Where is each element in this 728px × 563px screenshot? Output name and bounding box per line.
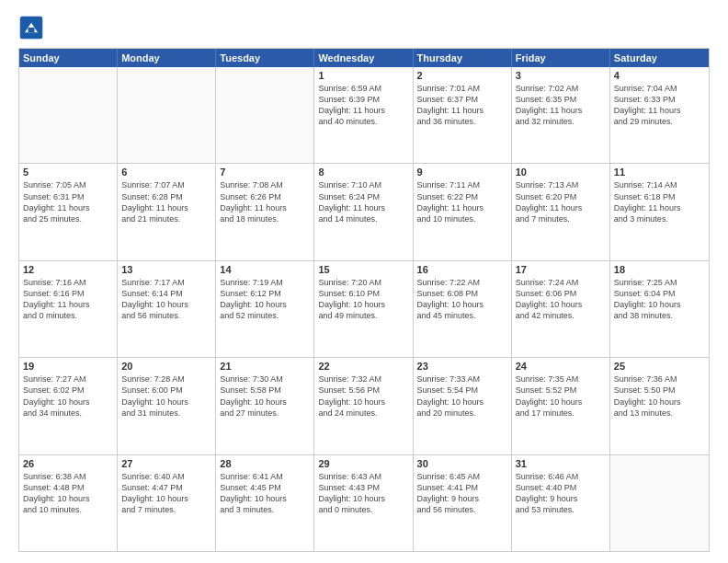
day-info: Sunrise: 7:08 AM Sunset: 6:26 PM Dayligh… xyxy=(220,179,310,224)
day-cell-17: 17Sunrise: 7:24 AM Sunset: 6:06 PM Dayli… xyxy=(512,261,610,357)
day-info: Sunrise: 7:33 AM Sunset: 5:54 PM Dayligh… xyxy=(417,373,507,419)
svg-rect-2 xyxy=(28,28,35,32)
day-number: 25 xyxy=(614,361,705,372)
day-number: 14 xyxy=(220,264,310,275)
day-number: 17 xyxy=(516,264,606,275)
day-info: Sunrise: 7:04 AM Sunset: 6:33 PM Dayligh… xyxy=(614,83,705,128)
day-info: Sunrise: 7:22 AM Sunset: 6:08 PM Dayligh… xyxy=(417,277,507,322)
day-number: 2 xyxy=(417,70,507,81)
day-cell-13: 13Sunrise: 7:17 AM Sunset: 6:14 PM Dayli… xyxy=(118,261,216,357)
day-number: 18 xyxy=(614,264,705,275)
day-number: 22 xyxy=(318,361,408,372)
day-info: Sunrise: 7:36 AM Sunset: 5:50 PM Dayligh… xyxy=(614,373,705,419)
day-number: 9 xyxy=(417,167,507,178)
day-number: 23 xyxy=(417,361,507,372)
day-cell-24: 24Sunrise: 7:35 AM Sunset: 5:52 PM Dayli… xyxy=(512,358,610,454)
day-number: 31 xyxy=(516,458,606,469)
day-info: Sunrise: 7:19 AM Sunset: 6:12 PM Dayligh… xyxy=(220,277,310,322)
day-info: Sunrise: 7:17 AM Sunset: 6:14 PM Dayligh… xyxy=(121,277,211,322)
day-cell-22: 22Sunrise: 7:32 AM Sunset: 5:56 PM Dayli… xyxy=(314,358,413,454)
page: SundayMondayTuesdayWednesdayThursdayFrid… xyxy=(0,0,728,563)
day-cell-6: 6Sunrise: 7:07 AM Sunset: 6:28 PM Daylig… xyxy=(118,164,216,259)
header xyxy=(18,15,710,40)
day-info: Sunrise: 7:28 AM Sunset: 6:00 PM Dayligh… xyxy=(121,373,211,419)
day-info: Sunrise: 7:02 AM Sunset: 6:35 PM Dayligh… xyxy=(516,83,606,128)
weekday-header-monday: Monday xyxy=(118,49,216,67)
day-info: Sunrise: 7:25 AM Sunset: 6:04 PM Dayligh… xyxy=(614,277,705,322)
logo-icon xyxy=(18,15,44,40)
calendar-header: SundayMondayTuesdayWednesdayThursdayFrid… xyxy=(19,49,709,67)
day-cell-5: 5Sunrise: 7:05 AM Sunset: 6:31 PM Daylig… xyxy=(19,164,118,259)
day-cell-26: 26Sunrise: 6:38 AM Sunset: 4:48 PM Dayli… xyxy=(19,455,118,551)
day-info: Sunrise: 7:10 AM Sunset: 6:24 PM Dayligh… xyxy=(318,179,408,224)
day-info: Sunrise: 6:38 AM Sunset: 4:48 PM Dayligh… xyxy=(23,471,113,516)
day-number: 30 xyxy=(417,458,507,469)
calendar-row-1: 5Sunrise: 7:05 AM Sunset: 6:31 PM Daylig… xyxy=(19,163,709,259)
day-cell-30: 30Sunrise: 6:45 AM Sunset: 4:41 PM Dayli… xyxy=(414,455,512,551)
day-cell-15: 15Sunrise: 7:20 AM Sunset: 6:10 PM Dayli… xyxy=(314,261,413,357)
day-cell-28: 28Sunrise: 6:41 AM Sunset: 4:45 PM Dayli… xyxy=(216,455,314,551)
day-cell-11: 11Sunrise: 7:14 AM Sunset: 6:18 PM Dayli… xyxy=(610,164,709,259)
day-number: 4 xyxy=(614,70,705,81)
day-info: Sunrise: 6:59 AM Sunset: 6:39 PM Dayligh… xyxy=(318,83,408,128)
day-info: Sunrise: 7:13 AM Sunset: 6:20 PM Dayligh… xyxy=(516,179,606,224)
day-cell-4: 4Sunrise: 7:04 AM Sunset: 6:33 PM Daylig… xyxy=(610,67,709,163)
day-cell-16: 16Sunrise: 7:22 AM Sunset: 6:08 PM Dayli… xyxy=(414,261,512,357)
day-info: Sunrise: 7:27 AM Sunset: 6:02 PM Dayligh… xyxy=(23,373,113,419)
day-cell-14: 14Sunrise: 7:19 AM Sunset: 6:12 PM Dayli… xyxy=(216,261,314,357)
day-number: 1 xyxy=(318,70,408,81)
day-cell-23: 23Sunrise: 7:33 AM Sunset: 5:54 PM Dayli… xyxy=(414,358,512,454)
day-cell-9: 9Sunrise: 7:11 AM Sunset: 6:22 PM Daylig… xyxy=(414,164,512,259)
empty-cell-r0c0 xyxy=(19,67,118,163)
weekday-header-saturday: Saturday xyxy=(610,49,709,67)
day-info: Sunrise: 7:07 AM Sunset: 6:28 PM Dayligh… xyxy=(121,179,211,224)
day-info: Sunrise: 7:05 AM Sunset: 6:31 PM Dayligh… xyxy=(23,179,113,224)
weekday-header-tuesday: Tuesday xyxy=(216,49,314,67)
day-info: Sunrise: 6:41 AM Sunset: 4:45 PM Dayligh… xyxy=(220,471,310,516)
day-number: 3 xyxy=(516,70,606,81)
day-cell-2: 2Sunrise: 7:01 AM Sunset: 6:37 PM Daylig… xyxy=(414,67,512,163)
day-cell-31: 31Sunrise: 6:46 AM Sunset: 4:40 PM Dayli… xyxy=(512,455,610,551)
day-number: 11 xyxy=(614,167,705,178)
day-cell-21: 21Sunrise: 7:30 AM Sunset: 5:58 PM Dayli… xyxy=(216,358,314,454)
day-cell-12: 12Sunrise: 7:16 AM Sunset: 6:16 PM Dayli… xyxy=(19,261,118,357)
day-cell-8: 8Sunrise: 7:10 AM Sunset: 6:24 PM Daylig… xyxy=(314,164,413,259)
day-number: 21 xyxy=(220,361,310,372)
day-number: 6 xyxy=(121,167,211,178)
day-cell-27: 27Sunrise: 6:40 AM Sunset: 4:47 PM Dayli… xyxy=(118,455,216,551)
day-number: 28 xyxy=(220,458,310,469)
day-cell-3: 3Sunrise: 7:02 AM Sunset: 6:35 PM Daylig… xyxy=(512,67,610,163)
day-info: Sunrise: 6:43 AM Sunset: 4:43 PM Dayligh… xyxy=(318,471,408,516)
day-info: Sunrise: 6:45 AM Sunset: 4:41 PM Dayligh… xyxy=(417,471,507,516)
day-number: 19 xyxy=(23,361,113,372)
day-number: 29 xyxy=(318,458,408,469)
logo xyxy=(18,15,48,40)
empty-cell-r0c2 xyxy=(216,67,314,163)
weekday-header-friday: Friday xyxy=(512,49,610,67)
day-info: Sunrise: 7:30 AM Sunset: 5:58 PM Dayligh… xyxy=(220,373,310,419)
day-number: 27 xyxy=(121,458,211,469)
calendar: SundayMondayTuesdayWednesdayThursdayFrid… xyxy=(18,48,710,552)
day-number: 5 xyxy=(23,167,113,178)
empty-cell-r0c1 xyxy=(118,67,216,163)
day-info: Sunrise: 7:35 AM Sunset: 5:52 PM Dayligh… xyxy=(516,373,606,419)
weekday-header-thursday: Thursday xyxy=(414,49,512,67)
empty-cell-r4c6 xyxy=(610,455,709,551)
day-info: Sunrise: 7:24 AM Sunset: 6:06 PM Dayligh… xyxy=(516,277,606,322)
day-cell-29: 29Sunrise: 6:43 AM Sunset: 4:43 PM Dayli… xyxy=(314,455,413,551)
day-info: Sunrise: 7:11 AM Sunset: 6:22 PM Dayligh… xyxy=(417,179,507,224)
day-cell-10: 10Sunrise: 7:13 AM Sunset: 6:20 PM Dayli… xyxy=(512,164,610,259)
day-number: 13 xyxy=(121,264,211,275)
day-number: 7 xyxy=(220,167,310,178)
day-number: 8 xyxy=(318,167,408,178)
day-number: 24 xyxy=(516,361,606,372)
day-number: 16 xyxy=(417,264,507,275)
day-info: Sunrise: 7:14 AM Sunset: 6:18 PM Dayligh… xyxy=(614,179,705,224)
calendar-row-3: 19Sunrise: 7:27 AM Sunset: 6:02 PM Dayli… xyxy=(19,357,709,454)
day-cell-7: 7Sunrise: 7:08 AM Sunset: 6:26 PM Daylig… xyxy=(216,164,314,259)
day-cell-19: 19Sunrise: 7:27 AM Sunset: 6:02 PM Dayli… xyxy=(19,358,118,454)
day-info: Sunrise: 6:46 AM Sunset: 4:40 PM Dayligh… xyxy=(516,471,606,516)
weekday-header-wednesday: Wednesday xyxy=(314,49,413,67)
day-cell-1: 1Sunrise: 6:59 AM Sunset: 6:39 PM Daylig… xyxy=(314,67,413,163)
day-info: Sunrise: 6:40 AM Sunset: 4:47 PM Dayligh… xyxy=(121,471,211,516)
